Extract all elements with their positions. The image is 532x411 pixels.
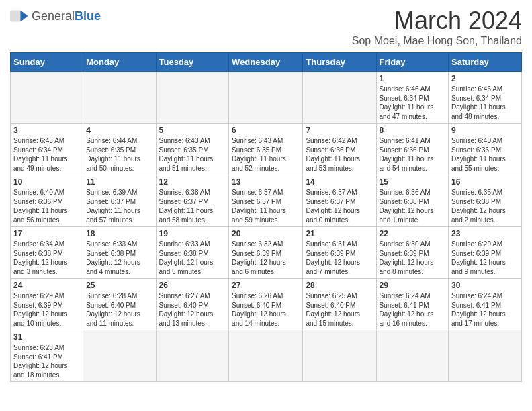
- day-number: 14: [306, 177, 373, 187]
- weekday-header-monday: Monday: [83, 53, 156, 72]
- day-number: 20: [232, 229, 300, 238]
- calendar-cell: 30Sunrise: 6:24 AM Sunset: 6:41 PM Dayli…: [449, 279, 522, 330]
- day-info: Sunrise: 6:43 AM Sunset: 6:35 PM Dayligh…: [159, 136, 226, 173]
- day-info: Sunrise: 6:24 AM Sunset: 6:41 PM Dayligh…: [451, 291, 519, 328]
- day-info: Sunrise: 6:30 AM Sunset: 6:39 PM Dayligh…: [380, 240, 446, 276]
- calendar-cell: [156, 330, 229, 382]
- calendar-cell: 31Sunrise: 6:23 AM Sunset: 6:41 PM Dayli…: [11, 330, 83, 382]
- weekday-header-thursday: Thursday: [303, 53, 376, 72]
- calendar-cell: 12Sunrise: 6:38 AM Sunset: 6:37 PM Dayli…: [156, 175, 229, 227]
- calendar-cell: 22Sunrise: 6:30 AM Sunset: 6:39 PM Dayli…: [376, 227, 449, 279]
- calendar-cell: 21Sunrise: 6:31 AM Sunset: 6:39 PM Dayli…: [303, 227, 376, 279]
- calendar-cell: 7Sunrise: 6:42 AM Sunset: 6:36 PM Daylig…: [303, 124, 376, 175]
- logo: GeneralBlue: [10, 7, 101, 26]
- day-info: Sunrise: 6:40 AM Sunset: 6:36 PM Dayligh…: [451, 136, 519, 173]
- day-info: Sunrise: 6:27 AM Sunset: 6:40 PM Dayligh…: [159, 291, 226, 328]
- day-info: Sunrise: 6:24 AM Sunset: 6:41 PM Dayligh…: [380, 291, 446, 328]
- day-info: Sunrise: 6:39 AM Sunset: 6:37 PM Dayligh…: [86, 188, 152, 224]
- calendar-cell: [376, 330, 449, 382]
- calendar-cell: 23Sunrise: 6:29 AM Sunset: 6:39 PM Dayli…: [449, 227, 522, 279]
- calendar-cell: 4Sunrise: 6:44 AM Sunset: 6:35 PM Daylig…: [83, 124, 156, 175]
- calendar-week-row: 24Sunrise: 6:29 AM Sunset: 6:39 PM Dayli…: [11, 279, 522, 330]
- svg-rect-0: [10, 11, 20, 22]
- calendar-week-row: 10Sunrise: 6:40 AM Sunset: 6:36 PM Dayli…: [11, 175, 522, 227]
- day-info: Sunrise: 6:32 AM Sunset: 6:39 PM Dayligh…: [232, 240, 300, 276]
- calendar-table: SundayMondayTuesdayWednesdayThursdayFrid…: [10, 52, 522, 382]
- day-number: 12: [159, 177, 226, 187]
- day-info: Sunrise: 6:37 AM Sunset: 6:37 PM Dayligh…: [232, 188, 300, 224]
- calendar-cell: 6Sunrise: 6:43 AM Sunset: 6:35 PM Daylig…: [229, 124, 303, 175]
- title-area: March 2024 Sop Moei, Mae Hong Son, Thail…: [352, 7, 522, 47]
- day-number: 2: [451, 74, 519, 83]
- calendar-cell: 2Sunrise: 6:46 AM Sunset: 6:34 PM Daylig…: [449, 72, 522, 124]
- day-number: 15: [380, 177, 446, 187]
- day-number: 24: [13, 281, 80, 290]
- calendar-cell: 20Sunrise: 6:32 AM Sunset: 6:39 PM Dayli…: [229, 227, 303, 279]
- day-number: 30: [451, 281, 519, 290]
- calendar-cell: 19Sunrise: 6:33 AM Sunset: 6:38 PM Dayli…: [156, 227, 229, 279]
- day-number: 23: [451, 229, 519, 238]
- calendar-cell: 8Sunrise: 6:41 AM Sunset: 6:36 PM Daylig…: [376, 124, 449, 175]
- month-year-title: March 2024: [352, 7, 522, 35]
- calendar-cell: [156, 72, 229, 124]
- calendar-cell: 16Sunrise: 6:35 AM Sunset: 6:38 PM Dayli…: [449, 175, 522, 227]
- day-number: 16: [451, 177, 519, 187]
- day-number: 26: [159, 281, 226, 290]
- calendar-cell: 13Sunrise: 6:37 AM Sunset: 6:37 PM Dayli…: [229, 175, 303, 227]
- calendar-cell: 9Sunrise: 6:40 AM Sunset: 6:36 PM Daylig…: [449, 124, 522, 175]
- day-info: Sunrise: 6:41 AM Sunset: 6:36 PM Dayligh…: [380, 136, 446, 173]
- weekday-header-row: SundayMondayTuesdayWednesdayThursdayFrid…: [11, 53, 522, 72]
- day-number: 4: [86, 126, 152, 135]
- day-info: Sunrise: 6:46 AM Sunset: 6:34 PM Dayligh…: [451, 85, 519, 121]
- calendar-cell: 3Sunrise: 6:45 AM Sunset: 6:34 PM Daylig…: [11, 124, 83, 175]
- calendar-week-row: 17Sunrise: 6:34 AM Sunset: 6:38 PM Dayli…: [11, 227, 522, 279]
- day-info: Sunrise: 6:35 AM Sunset: 6:38 PM Dayligh…: [451, 188, 519, 224]
- day-info: Sunrise: 6:34 AM Sunset: 6:38 PM Dayligh…: [13, 240, 80, 276]
- day-number: 6: [232, 126, 300, 135]
- day-number: 10: [13, 177, 80, 187]
- calendar-cell: [303, 72, 376, 124]
- weekday-header-friday: Friday: [376, 53, 449, 72]
- calendar-cell: 29Sunrise: 6:24 AM Sunset: 6:41 PM Dayli…: [376, 279, 449, 330]
- calendar-week-row: 3Sunrise: 6:45 AM Sunset: 6:34 PM Daylig…: [11, 124, 522, 175]
- day-number: 13: [232, 177, 300, 187]
- calendar-cell: 26Sunrise: 6:27 AM Sunset: 6:40 PM Dayli…: [156, 279, 229, 330]
- calendar-cell: 17Sunrise: 6:34 AM Sunset: 6:38 PM Dayli…: [11, 227, 83, 279]
- calendar-cell: 15Sunrise: 6:36 AM Sunset: 6:38 PM Dayli…: [376, 175, 449, 227]
- day-number: 17: [13, 229, 80, 238]
- day-number: 5: [159, 126, 226, 135]
- day-number: 3: [13, 126, 80, 135]
- svg-marker-1: [20, 11, 28, 22]
- day-number: 29: [380, 281, 446, 290]
- calendar-cell: [229, 330, 303, 382]
- weekday-header-tuesday: Tuesday: [156, 53, 229, 72]
- logo-general: General: [32, 9, 75, 23]
- calendar-week-row: 31Sunrise: 6:23 AM Sunset: 6:41 PM Dayli…: [11, 330, 522, 382]
- day-info: Sunrise: 6:45 AM Sunset: 6:34 PM Dayligh…: [13, 136, 80, 173]
- day-number: 19: [159, 229, 226, 238]
- day-number: 21: [306, 229, 373, 238]
- calendar-cell: 18Sunrise: 6:33 AM Sunset: 6:38 PM Dayli…: [83, 227, 156, 279]
- calendar-cell: 10Sunrise: 6:40 AM Sunset: 6:36 PM Dayli…: [11, 175, 83, 227]
- day-number: 11: [86, 177, 152, 187]
- logo-blue: Blue: [75, 9, 101, 23]
- day-info: Sunrise: 6:46 AM Sunset: 6:34 PM Dayligh…: [380, 85, 446, 121]
- day-number: 7: [306, 126, 373, 135]
- calendar-cell: [449, 330, 522, 382]
- calendar-cell: 1Sunrise: 6:46 AM Sunset: 6:34 PM Daylig…: [376, 72, 449, 124]
- calendar-cell: [303, 330, 376, 382]
- calendar-cell: 14Sunrise: 6:37 AM Sunset: 6:37 PM Dayli…: [303, 175, 376, 227]
- day-info: Sunrise: 6:42 AM Sunset: 6:36 PM Dayligh…: [306, 136, 373, 173]
- day-info: Sunrise: 6:28 AM Sunset: 6:40 PM Dayligh…: [86, 291, 152, 328]
- calendar-cell: 24Sunrise: 6:29 AM Sunset: 6:39 PM Dayli…: [11, 279, 83, 330]
- calendar-cell: 11Sunrise: 6:39 AM Sunset: 6:37 PM Dayli…: [83, 175, 156, 227]
- day-number: 9: [451, 126, 519, 135]
- day-info: Sunrise: 6:43 AM Sunset: 6:35 PM Dayligh…: [232, 136, 300, 173]
- day-number: 31: [13, 332, 80, 342]
- day-number: 27: [232, 281, 300, 290]
- day-number: 8: [380, 126, 446, 135]
- day-info: Sunrise: 6:37 AM Sunset: 6:37 PM Dayligh…: [306, 188, 373, 224]
- day-number: 1: [380, 74, 446, 83]
- calendar-cell: [11, 72, 83, 124]
- day-info: Sunrise: 6:36 AM Sunset: 6:38 PM Dayligh…: [380, 188, 446, 224]
